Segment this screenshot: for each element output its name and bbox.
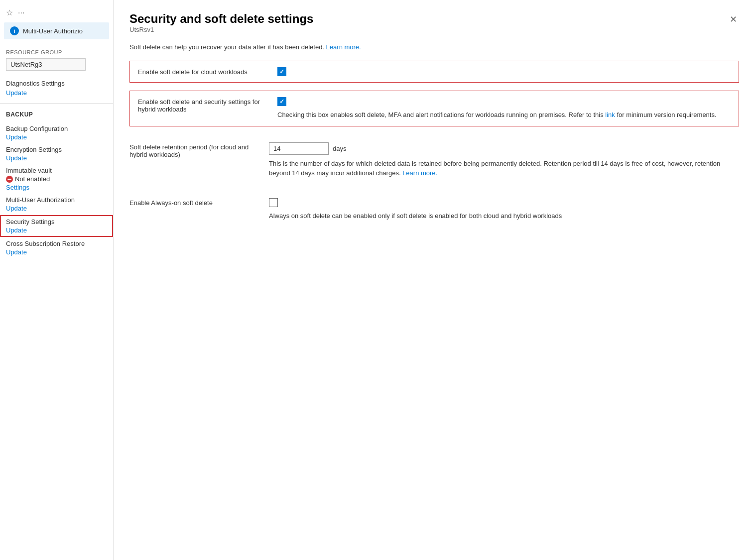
encryption-title: Encryption Settings [6,146,107,153]
setting-cloud-workloads: Enable soft delete for cloud workloads ✓ [129,61,739,83]
always-on-description: Always on soft delete can be enabled onl… [269,211,739,221]
hybrid-desc-text: Checking this box enables soft delete, M… [277,111,604,118]
star-icon[interactable]: ☆ [6,8,13,17]
page-title: Security and soft delete settings UtsRsv… [129,12,313,41]
sidebar: ☆ ··· i Multi-User Authorizio Resource g… [0,0,114,560]
immutable-title: Immutable vault [6,167,107,174]
cloud-workloads-checkbox[interactable]: ✓ [277,67,286,76]
main-title: Security and soft delete settings [129,12,313,26]
backup-config-title: Backup Configuration [6,125,107,132]
hybrid-workloads-checkbox[interactable]: ✓ [277,97,286,106]
backup-config-link[interactable]: Update [6,133,107,141]
always-on-control: Always on soft delete can be enabled onl… [269,198,739,221]
retention-description: This is the number of days for which del… [269,159,739,178]
resource-group-label: Resource group [0,45,113,57]
main-header: Security and soft delete settings UtsRsv… [129,12,739,41]
days-label: days [333,145,346,152]
retention-input-wrapper: days [269,142,739,155]
retention-control: days This is the number of days for whic… [269,142,739,178]
ellipsis-icon[interactable]: ··· [18,8,24,17]
cross-sub-title: Cross Subscription Restore [6,240,107,247]
cloud-workloads-label: Enable soft delete for cloud workloads [138,67,277,76]
hybrid-workloads-control: ✓ Checking this box enables soft delete,… [277,97,731,120]
mua-link[interactable]: Update [6,205,107,212]
sidebar-divider [0,104,113,104]
sidebar-topbar: ☆ ··· [0,5,113,22]
security-title: Security Settings [6,218,107,225]
learn-more-link[interactable]: Learn more. [326,43,361,51]
encryption-link[interactable]: Update [6,154,107,162]
diagnostics-update-link[interactable]: Update [0,88,113,101]
resource-group-section: UtsNetRg3 [0,57,113,76]
retention-input[interactable] [269,142,329,155]
sidebar-item-security: Security Settings Update [0,215,113,237]
hybrid-workloads-label: Enable soft delete and security settings… [138,97,277,113]
cloud-workloads-control: ✓ [277,67,731,76]
cross-sub-link[interactable]: Update [6,248,107,256]
immutable-link[interactable]: Settings [6,184,107,191]
main-content: Security and soft delete settings UtsRsv… [114,0,755,560]
mua-title: Multi-User Authorization [6,196,107,204]
sidebar-item-encryption: Encryption Settings Update [0,144,113,164]
resource-group-value: UtsNetRg3 [6,58,86,71]
diagnostics-label: Diagnostics Settings [0,76,113,88]
security-link[interactable]: Update [6,226,107,234]
sidebar-item-immutable: Immutable vault Not enabled Settings [0,165,113,193]
setting-hybrid-workloads: Enable soft delete and security settings… [129,91,739,126]
setting-always-on: Enable Always-on soft delete Always on s… [129,190,739,229]
checkmark-icon-2: ✓ [279,98,284,105]
retention-label: Soft delete retention period (for cloud … [129,142,269,158]
always-on-checkbox[interactable] [269,198,278,207]
not-enabled-icon [6,176,13,183]
info-icon: i [10,26,19,35]
always-on-checkbox-wrapper [269,198,739,207]
mua-banner-text: Multi-User Authorizio [23,27,83,35]
retention-desc-text: This is the number of days for which del… [269,160,720,177]
close-icon[interactable]: ✕ [728,12,739,27]
always-on-label: Enable Always-on soft delete [129,198,269,207]
hybrid-workloads-description: Checking this box enables soft delete, M… [277,110,731,120]
description-text: Soft delete can help you recover your da… [129,43,324,51]
checkmark-icon: ✓ [279,68,284,75]
setting-retention-period: Soft delete retention period (for cloud … [129,134,739,186]
cloud-workloads-checkbox-wrapper: ✓ [277,67,731,76]
main-subtitle: UtsRsv1 [129,26,313,33]
mua-banner: i Multi-User Authorizio [4,22,109,39]
main-description: Soft delete can help you recover your da… [129,43,739,51]
backup-section-label: BACKUP [0,109,113,123]
hybrid-desc-link[interactable]: link [605,111,615,118]
retention-learn-more-link[interactable]: Learn more. [402,169,437,177]
sidebar-item-cross-sub: Cross Subscription Restore Update [0,238,113,258]
hybrid-workloads-checkbox-wrapper: ✓ [277,97,731,106]
sidebar-item-mua: Multi-User Authorization Update [0,194,113,214]
immutable-status-text: Not enabled [15,175,50,183]
hybrid-desc-suffix: for minimum version requirements. [617,111,716,118]
sidebar-item-backup-config: Backup Configuration Update [0,123,113,143]
immutable-status: Not enabled [6,175,107,183]
